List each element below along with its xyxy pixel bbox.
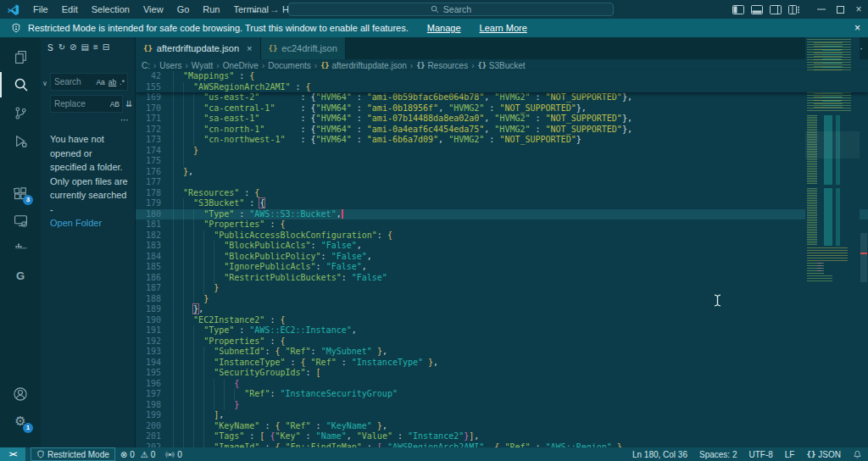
preserve-case-icon[interactable]: AB [109, 100, 120, 108]
learn-more-link[interactable]: Learn More [480, 23, 527, 33]
code-line-193[interactable]: 193 "SubnetId": { "Ref": "MySubnet" }, [136, 347, 868, 358]
indentation-status[interactable]: Spaces: 2 [693, 447, 743, 461]
breadcrumb-item[interactable]: S3Bucket [489, 61, 526, 70]
code-line-183[interactable]: 183 "BlockPublicAcls": "False", [136, 241, 868, 252]
layout-sidebar-right-icon[interactable] [766, 0, 785, 19]
code-line-189[interactable]: 189 }, [136, 304, 868, 315]
toggle-replace-icon[interactable]: ∨ [42, 80, 47, 87]
code-line-179[interactable]: 179 "S3Bucket" : { [136, 198, 868, 209]
code-line-184[interactable]: 184 "BlockPublicPolicy": "False", [136, 252, 868, 263]
code-line-155[interactable]: 155 "AWSRegionArch2AMI" : { [136, 82, 868, 93]
close-window-button[interactable]: × [849, 0, 868, 19]
remote-indicator[interactable]: >< [0, 447, 25, 461]
minimap-slider[interactable] [805, 131, 860, 158]
settings-gear-icon[interactable]: ⚙ 1 [0, 408, 41, 434]
code-line-175[interactable]: 175 [136, 156, 868, 167]
code-line-173[interactable]: 173 "cn-northwest-1" : {"HVM64" : "ami-6… [136, 135, 868, 146]
maximize-button[interactable] [831, 0, 849, 19]
sidebar-item-extensions[interactable]: 3 [0, 181, 41, 206]
code-line-201[interactable]: 201 "Tags" : [ {"Key" : "Name", "Value" … [136, 431, 868, 442]
replace-input[interactable] [51, 99, 109, 108]
breadcrumb-item[interactable]: Users [159, 61, 181, 70]
menu-go[interactable]: Go [170, 0, 197, 19]
minimap[interactable] [805, 37, 860, 447]
sidebar-item-gitlens[interactable]: G [0, 263, 41, 288]
code-line-176[interactable]: 176 }, [136, 167, 868, 178]
restricted-mode-status[interactable]: Restricted Mode [31, 447, 115, 461]
search-input[interactable] [51, 77, 95, 86]
breadcrumb-item[interactable]: Wyatt [192, 61, 213, 70]
sidebar-item-explorer[interactable] [0, 44, 41, 69]
breadcrumb-item[interactable]: Resources [427, 61, 468, 70]
open-folder-link[interactable]: Open Folder [50, 218, 102, 228]
menu-view[interactable]: View [136, 0, 170, 19]
code-line-198[interactable]: 198 } [136, 400, 868, 411]
problems-status[interactable]: ⊗ 0 ⚠ 0 [115, 447, 160, 461]
code-line-181[interactable]: 181 "Properties" : { [136, 219, 868, 230]
code-line-196[interactable]: 196 { [136, 379, 868, 390]
menu-run[interactable]: Run [196, 0, 226, 19]
code-line-190[interactable]: 190 "EC2Instance2" : { [136, 315, 868, 326]
language-status[interactable]: {} JSON [800, 447, 847, 461]
manage-link[interactable]: Manage [427, 23, 461, 33]
code-line-180[interactable]: 180 "Type" : "AWS::S3::Bucket", [136, 209, 868, 220]
code-line-191[interactable]: 191 "Type" : "AWS::EC2::Instance", [136, 325, 868, 336]
minimize-button[interactable] [812, 0, 831, 19]
notifications-bell-icon[interactable] [847, 447, 868, 461]
code-line-197[interactable]: 197 "Ref": "InstanceSecurityGroup" [136, 389, 868, 400]
code-line-172[interactable]: 172 "cn-north-1" : {"HVM64" : "ami-0a4ea… [136, 125, 868, 136]
collapse-all-icon[interactable]: ⊟ [103, 42, 109, 53]
sidebar-item-source-control[interactable] [0, 100, 41, 125]
code-editor[interactable]: 42 "Mappings" : {155 "AWSRegionArch2AMI"… [136, 71, 868, 447]
ports-status[interactable]: 0 [160, 447, 187, 461]
breadcrumb-item[interactable]: OneDrive [223, 61, 259, 70]
clear-results-icon[interactable]: ⊘ [70, 42, 76, 53]
sidebar-item-search[interactable] [0, 72, 41, 97]
code-line-199[interactable]: 199 ], [136, 410, 868, 421]
scrollbar[interactable] [860, 37, 868, 447]
banner-close-icon[interactable]: × [854, 22, 860, 34]
layout-panel-icon[interactable] [748, 0, 766, 19]
menu-selection[interactable]: Selection [85, 0, 136, 19]
menu-edit[interactable]: Edit [55, 0, 85, 19]
nav-back-icon[interactable]: ← [251, 3, 261, 15]
code-line-177[interactable]: 177 [136, 177, 868, 188]
menu-file[interactable]: File [26, 0, 55, 19]
sidebar-item-remote-explorer[interactable] [0, 208, 41, 233]
command-center-search[interactable]: Search [288, 3, 614, 16]
code-line-42[interactable]: 42 "Mappings" : { [136, 71, 868, 82]
code-line-185[interactable]: 185 "IgnorePublicAcls": "False", [136, 262, 868, 273]
code-line-192[interactable]: 192 "Properties" : { [136, 336, 868, 347]
line-col-status[interactable]: Ln 180, Col 36 [626, 447, 693, 461]
match-case-icon[interactable]: Aa [95, 78, 105, 86]
code-line-200[interactable]: 200 "KeyName" : { "Ref" : "KeyName" }, [136, 421, 868, 432]
layout-sidebar-left-icon[interactable] [729, 0, 748, 19]
code-line-194[interactable]: 194 "InstanceType" : { "Ref" : "Instance… [136, 358, 868, 369]
code-line-170[interactable]: 170 "ca-central-1" : {"HVM64" : "ami-0b1… [136, 103, 868, 114]
code-line-182[interactable]: 182 "PublicAccessBlockConfiguration": { [136, 230, 868, 242]
code-line-186[interactable]: 186 "RestrictPublicBuckets": "False" [136, 273, 868, 284]
nav-forward-icon[interactable]: → [270, 3, 280, 15]
code-line-188[interactable]: 188 } [136, 294, 868, 305]
new-search-editor-icon[interactable]: ▤ [81, 42, 88, 53]
sidebar-item-run-debug[interactable] [0, 128, 41, 153]
eol-status[interactable]: LF [779, 447, 801, 461]
regex-icon[interactable]: .* [119, 78, 125, 86]
accounts-icon[interactable] [0, 381, 41, 407]
code-line-187[interactable]: 187 } [136, 283, 868, 294]
code-line-195[interactable]: 195 "SecurityGroupIds": [ [136, 368, 868, 379]
tab-ec24drift[interactable]: {} ec24drift.json [261, 37, 346, 59]
search-details-icon[interactable]: ⋯ [120, 115, 130, 125]
breadcrumb-item[interactable]: afterdriftupdate.json [331, 61, 406, 70]
breadcrumb-item[interactable]: Documents [268, 61, 311, 70]
code-line-174[interactable]: 174 } [136, 146, 868, 157]
encoding-status[interactable]: UTF-8 [743, 447, 778, 461]
sidebar-item-docker[interactable] [0, 236, 41, 261]
view-as-tree-icon[interactable]: ≡ [93, 42, 98, 53]
customize-layout-icon[interactable] [785, 0, 804, 19]
code-line-178[interactable]: 178 "Resources" : { [136, 188, 868, 199]
tab-close-icon[interactable]: × [247, 43, 252, 53]
tab-afterdriftupdate[interactable]: {} afterdriftupdate.json × [136, 37, 261, 59]
scrollbar-thumb[interactable] [860, 233, 867, 282]
code-line-171[interactable]: 171 "sa-east-1" : {"HVM64" : "ami-07b144… [136, 114, 868, 125]
